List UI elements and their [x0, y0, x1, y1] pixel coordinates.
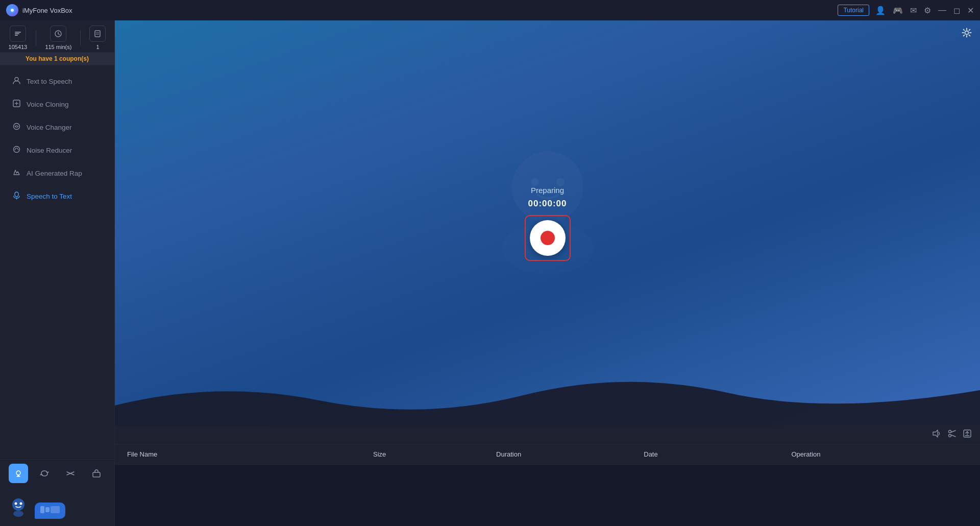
settings-icon-title[interactable]: ⚙: [924, 6, 931, 15]
shuffle-tab[interactable]: [61, 464, 80, 483]
voice-cloning-label: Voice Cloning: [27, 101, 69, 108]
svg-rect-4: [15, 35, 18, 36]
svg-rect-17: [15, 192, 18, 197]
volume-icon[interactable]: [932, 429, 941, 441]
title-icons: 👤 🎮 ✉ ⚙ — ◻ ✕: [875, 6, 974, 15]
noise-reducer-label: Noise Reducer: [27, 147, 72, 154]
chatbot-area[interactable]: [0, 489, 114, 526]
toolbar-row: [115, 426, 980, 444]
coupon-bar: You have 1 coupon(s): [0, 53, 114, 65]
file-table-body: [115, 465, 980, 526]
col-operation: Operation: [787, 444, 972, 464]
chars-icon: [10, 26, 26, 42]
stats-bar: 105413 115 min(s): [0, 20, 114, 53]
content-area: Preparing 00:00:00: [115, 20, 980, 526]
svg-point-27: [15, 503, 17, 505]
mins-value: 115 min(s): [45, 44, 71, 50]
close-icon[interactable]: ✕: [967, 6, 974, 15]
sidebar-item-noise-reducer[interactable]: Noise Reducer: [3, 139, 111, 161]
bag-tab[interactable]: [87, 464, 106, 483]
svg-point-16: [13, 147, 19, 153]
svg-rect-31: [51, 506, 60, 513]
bottom-tabs: [0, 459, 114, 489]
sidebar-item-ai-generated-rap[interactable]: AI Generated Rap: [3, 162, 111, 184]
svg-line-40: [951, 431, 955, 433]
ai-generated-rap-label: AI Generated Rap: [27, 170, 82, 177]
maximize-icon[interactable]: ◻: [953, 6, 960, 15]
sidebar: 105413 115 min(s): [0, 20, 115, 526]
minimize-icon[interactable]: —: [938, 6, 946, 15]
svg-point-28: [20, 503, 22, 505]
svg-rect-29: [40, 506, 44, 513]
svg-point-34: [531, 178, 539, 186]
gamepad-icon[interactable]: 🎮: [893, 6, 903, 15]
app-title: iMyFone VoxBox: [22, 7, 838, 14]
ai-rap-icon: [11, 168, 21, 179]
main-layout: 105413 115 min(s): [0, 20, 980, 526]
voice-changer-label: Voice Changer: [27, 124, 72, 131]
sidebar-item-voice-cloning[interactable]: Voice Cloning: [3, 93, 111, 115]
nav-menu: Text to Speech Voice Cloning: [0, 65, 114, 459]
svg-point-19: [16, 471, 20, 475]
svg-rect-24: [93, 472, 100, 477]
mins-icon: [50, 26, 66, 42]
speech-to-text-label: Speech to Text: [27, 193, 72, 200]
sidebar-item-voice-changer[interactable]: Voice Changer: [3, 116, 111, 138]
svg-rect-30: [45, 507, 50, 512]
record-dot: [541, 231, 555, 245]
status-text: Preparing: [531, 186, 564, 195]
chatbot-avatar: [6, 494, 31, 519]
svg-marker-37: [933, 430, 938, 437]
timer-display: 00:00:00: [528, 199, 567, 209]
chatbot-bubble: [35, 503, 65, 519]
count-icon: [89, 26, 106, 42]
file-table-area: File Name Size Duration Date Operation: [115, 444, 980, 526]
settings-gear-icon[interactable]: [962, 28, 972, 40]
sidebar-item-text-to-speech[interactable]: Text to Speech: [3, 70, 111, 92]
col-date: Date: [640, 444, 787, 464]
svg-rect-8: [95, 31, 100, 37]
svg-point-26: [13, 511, 23, 517]
recording-ui: Preparing 00:00:00: [525, 186, 571, 261]
export-icon[interactable]: [963, 429, 972, 441]
record-button[interactable]: [530, 220, 566, 256]
svg-rect-2: [15, 32, 21, 33]
text-to-speech-icon: [11, 76, 21, 87]
svg-point-11: [15, 78, 18, 81]
count-value: 1: [96, 44, 99, 50]
chars-stat: 105413: [9, 26, 28, 50]
mail-icon[interactable]: ✉: [910, 6, 917, 15]
tutorial-button[interactable]: Tutorial: [838, 5, 869, 16]
viz-area: Preparing 00:00:00: [115, 20, 980, 426]
wave-decoration: [115, 365, 980, 426]
chars-value: 105413: [9, 44, 28, 50]
file-table-header: File Name Size Duration Date Operation: [115, 444, 980, 465]
record-button-wrapper: [525, 215, 571, 261]
speech-to-text-icon: [11, 191, 21, 202]
svg-line-7: [58, 34, 60, 35]
count-stat: 1: [89, 26, 106, 50]
svg-point-25: [12, 498, 24, 511]
svg-point-36: [965, 31, 969, 35]
svg-rect-3: [15, 33, 19, 34]
noise-reducer-icon: [11, 145, 21, 156]
scissors-icon[interactable]: [947, 429, 957, 441]
voice-cloning-icon: [11, 99, 21, 110]
text-to-speech-label: Text to Speech: [27, 78, 72, 85]
voice-changer-icon: [11, 122, 21, 133]
title-bar: iMyFone VoxBox Tutorial 👤 🎮 ✉ ⚙ — ◻ ✕: [0, 0, 980, 20]
sidebar-item-speech-to-text[interactable]: Speech to Text: [3, 185, 111, 207]
svg-point-15: [13, 124, 19, 130]
record-tab[interactable]: [9, 464, 28, 483]
svg-point-35: [556, 178, 565, 186]
app-logo: [6, 4, 18, 16]
mins-stat: 115 min(s): [45, 26, 71, 50]
col-filename: File Name: [123, 444, 369, 464]
svg-point-1: [11, 9, 14, 12]
svg-line-41: [951, 435, 955, 437]
loop-tab[interactable]: [35, 464, 54, 483]
col-duration: Duration: [492, 444, 640, 464]
user-icon[interactable]: 👤: [875, 6, 886, 15]
col-size: Size: [369, 444, 492, 464]
